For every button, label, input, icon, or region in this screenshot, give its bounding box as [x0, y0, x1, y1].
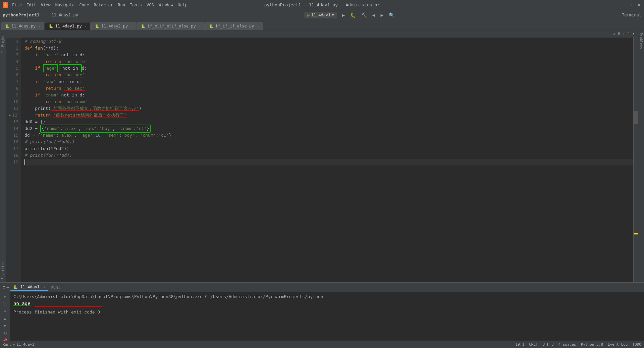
- status-python-version[interactable]: Python 3.8: [581, 342, 603, 347]
- run-play-btn[interactable]: ▶: [3, 293, 7, 299]
- run-stop-btn[interactable]: ⬛: [2, 301, 8, 307]
- forward-button[interactable]: ▶: [379, 12, 384, 18]
- problems-label[interactable]: Problems: [639, 30, 644, 52]
- var-dd: dd = {'name':'alex', 'age':18, 'sex':'bo…: [24, 132, 171, 139]
- line-num-15: 15: [9, 132, 18, 139]
- code-line-10: return 'no cnum': [24, 98, 633, 105]
- tab-11-4day1[interactable]: 🐍 11.4day1.py ✕: [45, 22, 91, 30]
- code-notin7: not in d:: [56, 78, 82, 85]
- code-indent5: [24, 65, 35, 72]
- run-tab-active[interactable]: 🐍 11.4day1 ✕: [10, 284, 48, 291]
- run-wrap-btn[interactable]: ⟲: [3, 330, 7, 336]
- editor-area: ⚠ 9 ✓ 4 ▾ 1 2 3 4 5 6 7 8 9 10 11 ◆12 13: [6, 30, 638, 282]
- tab-if-if[interactable]: 🐍 if_if_if_else.py ✕: [205, 22, 263, 30]
- gear-icon[interactable]: ⚙: [3, 285, 5, 290]
- menu-file[interactable]: File: [12, 3, 22, 7]
- status-position[interactable]: 19:1: [516, 342, 525, 347]
- kw-return10: return: [46, 98, 64, 105]
- code-paren17: (fun(**dd2)): [38, 145, 69, 152]
- run-scroll-up-btn[interactable]: ▲: [3, 316, 7, 322]
- code-body[interactable]: # coding:utf-8 def fun(**d): if 'name' n…: [21, 38, 633, 282]
- var-dd2: dd2 =: [24, 125, 40, 132]
- status-indent[interactable]: 4 spaces: [558, 342, 576, 347]
- tab-close-active-icon[interactable]: ✕: [85, 24, 87, 28]
- code-d5: d:: [82, 65, 87, 72]
- tab-close-icon[interactable]: ✕: [39, 24, 41, 28]
- run-tab-close-icon[interactable]: —: [7, 285, 9, 290]
- kw-if5: if: [35, 65, 43, 72]
- run-config-chevron[interactable]: ▼: [332, 13, 334, 17]
- op-paren: (: [43, 45, 46, 52]
- tab-py-icon-4: 🐍: [209, 24, 214, 28]
- scrollbar[interactable]: [633, 38, 638, 282]
- str-nocnum: 'no cnum': [64, 98, 87, 105]
- title-bar: 🐍 File Edit View Navigate Code Refactor …: [0, 0, 644, 10]
- menu-window[interactable]: Window: [159, 3, 173, 7]
- status-bar: Run: ▶ 11.4day1 19:1 CRLF UTF-8 4 spaces…: [0, 341, 644, 348]
- project-label[interactable]: 1: Project: [0, 30, 5, 56]
- run-pin-btn[interactable]: 📌: [2, 338, 8, 341]
- code-indent12: [24, 112, 35, 119]
- code-comment-16: # print(fun(**dd0)): [24, 139, 74, 145]
- code-paren11b: ): [139, 105, 142, 112]
- line-num-9: 9: [9, 92, 18, 98]
- run-scroll-down-btn[interactable]: ▼: [3, 323, 7, 329]
- line-num-8: 8: [9, 85, 18, 92]
- run-config-dropdown[interactable]: ▶ 11.4day1 ▼: [304, 12, 336, 18]
- kw-return8: return: [46, 85, 64, 92]
- menu-navigate[interactable]: Navigate: [55, 3, 75, 7]
- menu-refactor[interactable]: Refactor: [94, 3, 113, 7]
- run-rerun-btn[interactable]: ↩: [3, 308, 7, 314]
- status-run[interactable]: Run: ▶ 11.4day1: [3, 342, 34, 347]
- tab-label-3: if_elif_elif_else.py: [147, 24, 196, 28]
- tab-11-4day2[interactable]: 🐍 11.4day2.py ✕: [91, 22, 137, 30]
- tab-11-4day[interactable]: 🐍 11.4day.py ✕: [1, 22, 44, 30]
- terminal-label[interactable]: Terminal: [622, 13, 641, 17]
- debug-button[interactable]: 🐛: [349, 12, 357, 18]
- line-num-10: 10: [9, 98, 18, 105]
- var-dd0: dd0 = {}: [24, 119, 46, 125]
- tab-close-2-icon[interactable]: ✕: [131, 24, 133, 28]
- str-noage: 'no age': [64, 72, 85, 78]
- toolbar: pythonProject1 › 11.4day1.py ▶ 11.4day1 …: [0, 10, 644, 20]
- build-button[interactable]: 🔨: [360, 12, 368, 18]
- error-count: 4: [628, 31, 630, 36]
- minimize-button[interactable]: —: [621, 3, 625, 7]
- menu-code[interactable]: Code: [79, 3, 89, 7]
- code-line-19[interactable]: [24, 159, 633, 165]
- menu-vcs[interactable]: VCS: [147, 3, 154, 7]
- fn-print11: print: [35, 105, 48, 112]
- warning-count: ⚠ 9: [613, 31, 620, 36]
- code-line-16: # print(fun(**dd0)): [24, 139, 633, 145]
- code-indent10: [24, 98, 46, 105]
- back-button[interactable]: ◀: [371, 12, 376, 18]
- menu-help[interactable]: Help: [178, 3, 187, 7]
- window-controls[interactable]: — ❐ ✕: [621, 3, 641, 7]
- status-todo[interactable]: TODO: [633, 342, 642, 347]
- search-button[interactable]: 🔍: [387, 12, 396, 18]
- code-line-3: if 'name' not in d:: [24, 52, 633, 58]
- menu-run[interactable]: Run: [118, 3, 125, 7]
- menu-view[interactable]: View: [41, 3, 51, 7]
- close-button[interactable]: ✕: [637, 3, 641, 7]
- status-event-log[interactable]: Event Log: [608, 342, 628, 347]
- tab-close-3-icon[interactable]: ✕: [199, 24, 201, 28]
- line-num-7: 7: [9, 78, 18, 85]
- tab-if-elif[interactable]: 🐍 if_elif_elif_else.py ✕: [137, 22, 205, 30]
- menu-edit[interactable]: Edit: [26, 3, 36, 7]
- str-return12: '函数return结束的最后一次执行了': [53, 112, 127, 119]
- maximize-button[interactable]: ❐: [629, 3, 633, 7]
- menu-tools[interactable]: Tools: [130, 3, 142, 7]
- run-tab-close[interactable]: ✕: [43, 285, 45, 289]
- menu-bar[interactable]: File Edit View Navigate Code Refactor Ru…: [12, 3, 187, 7]
- status-line-ending[interactable]: CRLF: [529, 342, 538, 347]
- run-tab-label-text: Run:: [51, 285, 60, 290]
- status-encoding[interactable]: UTF-8: [543, 342, 554, 347]
- gutter-expand[interactable]: ▾: [632, 31, 635, 36]
- favorites-label[interactable]: Favorites: [0, 259, 5, 282]
- run-button[interactable]: ▶: [341, 12, 346, 18]
- scrollbar-thumb[interactable]: [634, 111, 638, 124]
- left-panel-labels: 1: Project Favorites: [0, 30, 6, 282]
- tab-close-4-icon[interactable]: ✕: [257, 24, 259, 28]
- code-indent9: [24, 92, 35, 98]
